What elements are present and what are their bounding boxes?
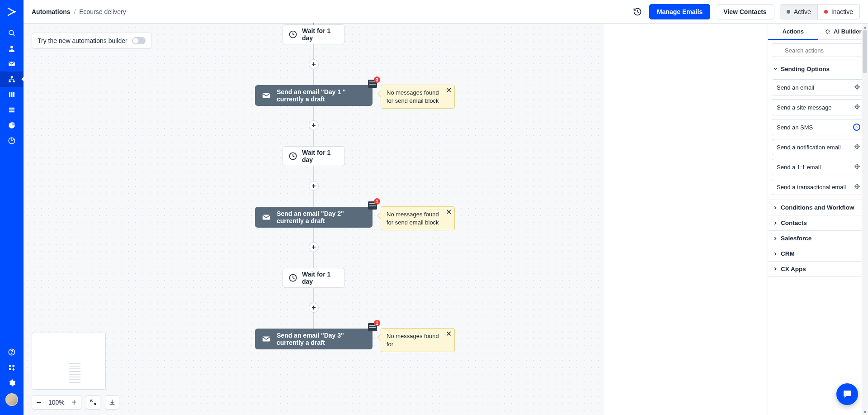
add-step-button[interactable]: + <box>309 303 319 313</box>
svg-rect-16 <box>9 365 11 367</box>
wait-node[interactable]: Wait for 1 day <box>283 24 345 44</box>
send-email-node[interactable]: Send an email "Day 3" currently a draft … <box>255 329 373 349</box>
nav-contacts[interactable] <box>0 41 24 56</box>
note-badge[interactable]: 3 <box>368 80 377 88</box>
minimap[interactable] <box>32 333 106 390</box>
svg-point-15 <box>11 353 12 354</box>
chevron-right-icon <box>773 266 778 272</box>
download-button[interactable] <box>105 395 119 410</box>
nav-help[interactable] <box>0 344 24 360</box>
drag-icon <box>854 84 860 91</box>
warning-callout: No messages found for ✕ <box>381 328 455 352</box>
app-logo[interactable] <box>0 0 24 24</box>
chat-button[interactable] <box>836 383 858 405</box>
automation-canvas[interactable]: Try the new automations builder + Wait f… <box>24 24 604 415</box>
clock-icon <box>288 152 297 161</box>
clock-icon <box>288 273 297 282</box>
breadcrumb-root[interactable]: Automations <box>32 8 71 15</box>
dot-icon <box>787 10 790 14</box>
vertical-scrollbar[interactable]: ▴ ▾ <box>862 24 868 415</box>
action-send-sms[interactable]: Send an SMS <box>772 119 864 135</box>
drag-icon <box>854 143 860 151</box>
nav-campaigns[interactable] <box>0 56 24 72</box>
section-sending-options[interactable]: Sending Options <box>768 61 868 76</box>
add-step-button[interactable]: + <box>309 120 319 130</box>
nav-reports[interactable] <box>0 118 24 133</box>
svg-rect-6 <box>9 92 10 97</box>
breadcrumb: Automations / Ecourse delivery <box>32 8 126 15</box>
section-crm[interactable]: CRM <box>768 246 868 261</box>
fit-screen-button[interactable] <box>86 395 100 410</box>
chevron-right-icon <box>773 236 778 241</box>
note-badge[interactable]: 1 <box>368 323 377 331</box>
action-send-transactional[interactable]: Send a transactional email <box>772 179 864 195</box>
zoom-in-button[interactable]: + <box>67 396 81 409</box>
drag-icon <box>854 163 860 171</box>
zoom-out-button[interactable]: − <box>32 396 46 409</box>
nav-lists[interactable] <box>0 102 24 118</box>
nav-deals[interactable] <box>0 87 24 102</box>
nav-site[interactable] <box>0 133 24 148</box>
clock-icon <box>288 30 297 39</box>
status-active[interactable]: Active <box>780 5 817 19</box>
mail-icon <box>261 90 271 101</box>
send-email-node[interactable]: Send an email "Day 1 " currently a draft… <box>255 85 373 106</box>
svg-point-2 <box>10 46 13 48</box>
status-inactive[interactable]: Inactive <box>817 5 859 19</box>
view-contacts-button[interactable]: View Contacts <box>716 4 774 19</box>
drag-icon <box>854 104 860 111</box>
minimap-viewport[interactable] <box>61 336 89 361</box>
svg-rect-3 <box>11 76 13 78</box>
svg-rect-4 <box>9 81 11 82</box>
warning-callout: No messages found for send email block ✕ <box>381 206 455 230</box>
close-icon[interactable]: ✕ <box>446 87 452 94</box>
add-step-button[interactable]: + <box>309 59 319 69</box>
note-badge[interactable]: 1 <box>368 201 377 210</box>
chevron-right-icon <box>773 205 778 210</box>
wait-node[interactable]: Wait for 1 day <box>283 268 345 288</box>
send-email-node[interactable]: Send an email "Day 2" currently a draft … <box>255 207 373 228</box>
left-sidenav <box>0 0 24 415</box>
nav-apps[interactable] <box>0 360 24 375</box>
dot-icon <box>824 10 828 14</box>
tab-actions[interactable]: Actions <box>768 24 818 39</box>
nav-search[interactable] <box>0 25 24 41</box>
svg-rect-18 <box>9 368 11 371</box>
user-avatar[interactable] <box>5 393 18 406</box>
svg-rect-9 <box>9 108 14 109</box>
svg-rect-8 <box>13 92 14 97</box>
canvas-controls: − 100% + <box>32 395 119 410</box>
chevron-right-icon <box>773 251 778 257</box>
scrollbar-thumb[interactable] <box>863 30 867 73</box>
breadcrumb-current: Ecourse delivery <box>79 8 126 15</box>
scroll-down-icon[interactable]: ▾ <box>862 409 868 415</box>
manage-emails-button[interactable]: Manage Emails <box>649 4 710 19</box>
action-send-1-1-email[interactable]: Send a 1:1 email <box>772 159 864 175</box>
drag-icon <box>854 183 860 191</box>
zoom-value: 100% <box>46 399 67 406</box>
svg-rect-7 <box>11 92 13 97</box>
add-step-button[interactable]: + <box>309 242 319 252</box>
tab-ai-builder[interactable]: AI Builder <box>818 24 868 39</box>
nav-settings[interactable] <box>0 375 24 391</box>
section-salesforce[interactable]: Salesforce <box>768 230 868 246</box>
chevron-down-icon <box>773 66 778 72</box>
mail-icon <box>261 333 271 345</box>
section-cx-apps[interactable]: CX Apps <box>768 261 868 277</box>
section-conditions[interactable]: Conditions and Workflow <box>768 200 868 215</box>
scroll-up-icon[interactable]: ▴ <box>862 24 868 30</box>
nav-automations[interactable] <box>0 72 24 87</box>
svg-rect-10 <box>9 110 14 110</box>
upgrade-icon <box>853 124 860 131</box>
section-contacts[interactable]: Contacts <box>768 215 868 230</box>
close-icon[interactable]: ✕ <box>446 330 452 338</box>
action-send-site-message[interactable]: Send a site message <box>772 99 864 115</box>
action-send-email[interactable]: Send an email <box>772 79 864 95</box>
history-icon[interactable] <box>631 5 644 18</box>
action-send-notification[interactable]: Send a notification email <box>772 139 864 155</box>
add-step-button[interactable]: + <box>309 181 319 191</box>
zoom-control: − 100% + <box>32 395 81 410</box>
wait-node[interactable]: Wait for 1 day <box>283 146 345 166</box>
close-icon[interactable]: ✕ <box>446 209 452 216</box>
search-actions-input[interactable] <box>772 43 864 57</box>
